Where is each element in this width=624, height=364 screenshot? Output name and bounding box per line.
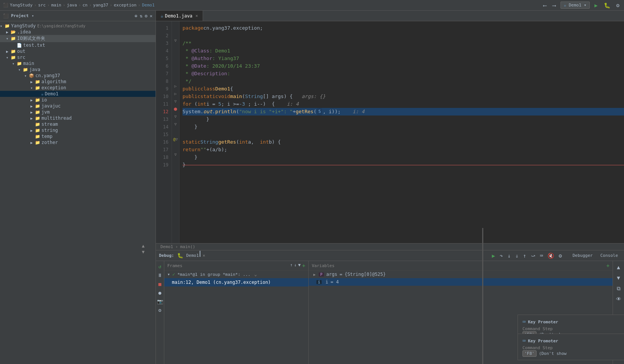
tree-multithread[interactable]: ▶ 📁 multithread — [0, 115, 156, 121]
thread-dropdown-icon[interactable]: ⌄ — [254, 272, 257, 277]
tree-src[interactable]: ▾ 📁 src — [0, 54, 156, 60]
frames-down-icon[interactable]: ↓ — [294, 263, 297, 269]
ln-14: 14 — [156, 123, 171, 131]
zother-label: zother — [41, 140, 58, 145]
vars-add-button[interactable]: + — [607, 263, 610, 269]
var-args-eq: = — [340, 272, 342, 277]
cnyang37-label: cn.yang37 — [35, 73, 60, 78]
view-breakpoints-button[interactable]: ● — [157, 289, 163, 297]
tab-debugger[interactable]: Debugger — [570, 252, 596, 260]
step-over-button[interactable]: ↷ — [498, 252, 504, 260]
tree-zother[interactable]: ▶ 📁 zother — [0, 139, 156, 146]
gear-icon[interactable]: ⚙ — [145, 13, 148, 19]
fold-3[interactable]: ▽ — [174, 38, 176, 43]
camera-button[interactable]: 📷 — [156, 298, 164, 305]
tab-console[interactable]: Console — [597, 252, 621, 260]
frame-active[interactable]: main:12, Demo1 (cn.yang37.exception) — [164, 278, 308, 286]
code-line-1: package cn.yang37.exception; — [183, 24, 624, 32]
code-content[interactable]: package cn.yang37.exception; /** * @Clas… — [179, 21, 624, 243]
side-resize-up[interactable]: ▲ — [614, 263, 623, 272]
thread-item[interactable]: ▾ ✓ *main*@1 in group *main*: ... ⌄ — [164, 271, 308, 278]
var-args[interactable]: ▶ P args = {String[0]@525} — [309, 271, 613, 278]
editor-area: ☕ Demo1.java ✕ 1 2 3 4 5 6 7 8 9 — [156, 11, 624, 250]
pause-button[interactable]: ⏸ — [156, 271, 164, 279]
breadcrumb-sep1: › — [34, 3, 37, 8]
terminal-button[interactable]: ⚙ — [157, 306, 163, 314]
tab-demo1[interactable]: ☕ Demo1.java ✕ — [156, 11, 203, 21]
tree-javajuc[interactable]: ▶ 📁 javajuc — [0, 103, 156, 109]
fold-10[interactable]: ▷ — [174, 92, 176, 96]
locate-icon[interactable]: ⊕ — [135, 13, 137, 19]
sidebar-icons: ⊕ ⇅ ⚙ ✕ — [135, 13, 152, 19]
breadcrumb-demo1: Demo1 — [142, 3, 154, 8]
tab-close-icon[interactable]: ✕ — [195, 13, 198, 18]
fold-13[interactable]: ▽ — [174, 114, 176, 119]
code-line-16: static String getRes(int a, int b) { — [183, 138, 624, 146]
restart-button[interactable]: ↺ — [157, 263, 163, 271]
close-icon[interactable]: ✕ — [150, 13, 152, 19]
evaluate-button[interactable]: ⌨ — [538, 252, 545, 260]
navigate-forward-icon[interactable]: ⟶ — [551, 2, 557, 9]
frames-filter-icon[interactable]: ▼ — [298, 263, 301, 269]
fold-9[interactable]: ▷ — [174, 84, 176, 88]
tree-java[interactable]: ▾ 📁 java — [0, 66, 156, 73]
tree-io[interactable]: ▶ 📁 io — [0, 97, 156, 103]
var-i[interactable]: i i = 4 — [309, 278, 613, 286]
run-button[interactable]: ▶ — [593, 2, 599, 9]
code-editor[interactable]: 1 2 3 4 5 6 7 8 9 10 11 12 13 14 15 16 1 — [156, 21, 624, 243]
tree-out[interactable]: ▶ 📁 out — [0, 48, 156, 54]
fold-16[interactable]: ▽ — [176, 137, 178, 141]
tree-stream[interactable]: ▶ 📁 stream — [0, 121, 156, 127]
root-folder-icon: 📁 — [5, 24, 10, 28]
force-step-into-button[interactable]: ⇓ — [514, 252, 520, 260]
navigate-back-icon[interactable]: ⟵ — [542, 2, 548, 9]
var-args-expand: ▶ — [313, 272, 316, 277]
step-out-button[interactable]: ↑ — [521, 252, 527, 260]
gc-4 — [172, 44, 179, 52]
tree-iotestdir[interactable]: ▾ 📁 IO测试文件夹 — [0, 35, 156, 42]
var-i-name: i — [325, 279, 328, 285]
key-promoter-2: ⌨ Key Promoter Command Step 'F8' (Don't … — [518, 334, 624, 360]
frames-controls: ↑ ↓ ▼ + — [290, 263, 305, 269]
fold-18[interactable]: ▽ — [174, 152, 176, 157]
code-line-10: public static void main(String[] args) {… — [183, 93, 624, 100]
frames-up-icon[interactable]: ↑ — [290, 263, 293, 269]
fold-11[interactable]: ▽ — [174, 99, 176, 103]
tree-cnyang37[interactable]: ▾ 📦 cn.yang37 — [0, 73, 156, 79]
tree-temp[interactable]: ▶ 📁 temp — [0, 133, 156, 139]
tree-algorithm[interactable]: ▶ 📁 algorithm — [0, 79, 156, 85]
frames-panel: Frames ↑ ↓ ▼ + ▾ ✓ *main*@1 — [164, 261, 309, 364]
gc-12: ● — [172, 105, 179, 112]
tree-testtxt[interactable]: ▶ 📄 test.txt — [0, 42, 156, 48]
tree-main[interactable]: ▾ 📁 main — [0, 60, 156, 66]
side-glasses-btn[interactable]: 👁 — [614, 294, 623, 304]
tree-exception[interactable]: ▾ 📁 exception — [0, 85, 156, 91]
settings-button[interactable]: ⚙ — [557, 252, 563, 260]
frames-add-icon[interactable]: + — [302, 263, 305, 269]
gc-16: @ ▽ — [172, 135, 179, 143]
mute-breakpoints-button[interactable]: 🔇 — [546, 252, 556, 260]
debug-toolbar: ▶ ↷ ↓ ⇓ ↑ ⤻ ⌨ 🔇 ⚙ — [491, 252, 564, 260]
run-config-selector[interactable]: ☕ Demo1 ▾ — [560, 2, 590, 9]
tree-demo1[interactable]: ▶ ☕ Demo1 — [0, 91, 156, 97]
debug-button[interactable]: 🐛 — [602, 2, 612, 9]
var-i-val: = 4 — [330, 279, 339, 285]
collapse-icon[interactable]: ⇅ — [140, 13, 142, 19]
step-into-button[interactable]: ↓ — [506, 252, 512, 260]
side-copy-btn[interactable]: ⧉ — [614, 284, 623, 293]
fold-14[interactable]: ▽ — [174, 122, 176, 126]
breakpoint-12[interactable]: ● — [174, 106, 177, 112]
tree-root[interactable]: ▾ 📁 YangStudy E:\yangidea\YangStudy — [0, 23, 156, 29]
tree-jvm[interactable]: ▶ 📁 jvm — [0, 109, 156, 115]
stop-button[interactable]: ■ — [157, 280, 163, 288]
debug-tab-close[interactable]: ✕ — [203, 253, 205, 258]
tree-string[interactable]: ▶ 📁 string — [0, 127, 156, 133]
iotestdir-icon: 📁 — [11, 36, 16, 41]
tree-idea[interactable]: ▶ 📂 .idea — [0, 29, 156, 35]
algorithm-icon: 📁 — [35, 79, 40, 84]
side-resize-down[interactable]: ▼ — [614, 273, 623, 282]
more-button[interactable]: ⚙ — [615, 2, 621, 9]
run-to-cursor-button[interactable]: ⤻ — [529, 252, 537, 260]
resume-button[interactable]: ▶ — [491, 252, 497, 260]
gutter: ▽ ▷ ▷ ▽ ● ▽ ▽ @ ▽ ▽ — [172, 21, 179, 243]
